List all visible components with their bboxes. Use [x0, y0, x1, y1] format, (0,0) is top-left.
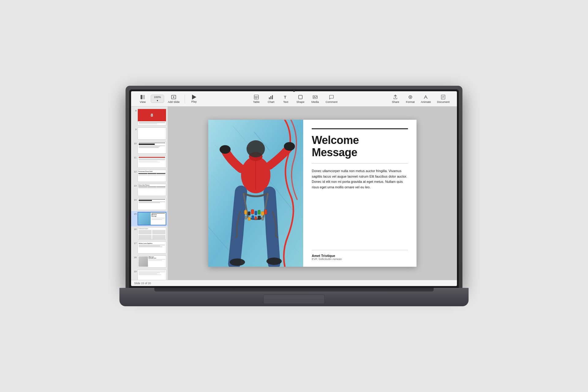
svg-rect-46 [255, 217, 257, 220]
svg-rect-1 [143, 95, 145, 99]
play-icon [192, 95, 196, 100]
slide-item[interactable]: 18 UllamcorperSollicitudin Justo [131, 254, 168, 269]
format-button[interactable]: Format [403, 93, 417, 105]
laptop-screen: View 100% ▾ Add Slide [131, 91, 457, 286]
slide-count-status: Slide 15 of 20 [134, 282, 151, 285]
svg-point-50 [266, 258, 282, 265]
slide-thumbnail[interactable]: Condimentum Inception [138, 227, 166, 239]
title-line2: Message [312, 146, 357, 159]
play-button[interactable]: Play [187, 93, 201, 104]
slide-number: 11 [132, 156, 137, 159]
slide-body-text: Donec ullamcorper nulla non metus auctor… [312, 168, 408, 245]
slide-thumbnail[interactable]: UllamcorperSollicitudin Justo [138, 255, 166, 268]
canvas-area[interactable]: Welcome Message Donec ullamcorper nulla … [168, 107, 457, 280]
chart-button[interactable]: Chart [264, 93, 278, 105]
zoom-button[interactable]: 100% ▾ [151, 95, 164, 103]
media-label: Media [311, 100, 319, 104]
slide-image-bg [208, 120, 303, 267]
zoom-chevron: ▾ [157, 99, 158, 102]
svg-point-51 [220, 145, 231, 154]
slide-item[interactable]: 14 [131, 197, 168, 211]
slide-thumbnail[interactable] [138, 127, 166, 140]
slide-signature: Amet Tristique EVP, Sollicitudin Aenean [312, 250, 408, 261]
svg-rect-44 [248, 217, 251, 221]
climber-illustration [208, 120, 303, 267]
svg-rect-42 [265, 209, 267, 214]
slide-item[interactable]: 16 Condimentum Inception [131, 226, 168, 240]
toolbar-right-group: Share Format [389, 93, 452, 105]
shape-label: Shape [296, 100, 304, 104]
laptop-base [119, 288, 469, 306]
shape-button[interactable]: Shape [294, 93, 307, 105]
laptop-device: View 100% ▾ Add Slide [126, 86, 462, 306]
animate-label: Animate [421, 100, 431, 104]
add-slide-icon [171, 94, 176, 100]
comment-button[interactable]: Comment [323, 93, 340, 105]
slide-item[interactable]: 13 Ultrices Sem Pulvinar [131, 183, 168, 197]
document-button[interactable]: Document [435, 93, 452, 105]
svg-rect-38 [251, 209, 254, 214]
slide-thumbnail[interactable]: Nullam Lorem Daplibus [138, 241, 166, 254]
author-name: Amet Tristique [312, 254, 408, 258]
animate-button[interactable]: Animate [418, 93, 433, 105]
author-title: EVP, Sollicitudin Aenean [312, 258, 408, 261]
svg-rect-13 [299, 95, 302, 99]
svg-rect-0 [141, 95, 142, 99]
laptop-trackpad [263, 295, 325, 304]
svg-rect-48 [262, 217, 264, 220]
slide-thumb-number: 8 [151, 113, 153, 118]
view-button[interactable]: View [136, 93, 149, 105]
app-toolbar: View 100% ▾ Add Slide [131, 91, 457, 107]
svg-point-17 [410, 96, 411, 98]
slide-item[interactable]: 8 8 [131, 108, 168, 126]
svg-rect-47 [258, 216, 261, 220]
slide-thumbnail[interactable] [138, 270, 166, 280]
slide-item[interactable]: 10 [131, 141, 168, 155]
view-icon [140, 94, 145, 100]
slide-item-active[interactable]: 15 WelcomeMessage [131, 211, 168, 226]
slide-number: 12 [132, 170, 137, 173]
add-slide-button[interactable]: Add Slide [165, 93, 182, 105]
camera [293, 90, 295, 92]
slide-thumbnail[interactable] [138, 156, 166, 168]
slide-number: 15 [132, 212, 137, 215]
svg-rect-9 [269, 97, 270, 99]
table-label: Table [253, 100, 260, 104]
svg-point-49 [230, 258, 245, 266]
format-label: Format [406, 100, 415, 104]
toolbar-insert-group: Table Chart T [250, 93, 340, 105]
media-button[interactable]: Media [308, 93, 322, 105]
slide-number: 14 [132, 198, 137, 201]
slide-thumbnail[interactable] [138, 141, 166, 154]
svg-rect-43 [245, 216, 247, 219]
slide-item[interactable]: 17 Nullam Lorem Daplibus [131, 240, 168, 254]
svg-rect-45 [252, 216, 254, 220]
svg-rect-11 [272, 95, 273, 99]
table-button[interactable]: Table [250, 93, 263, 105]
slide-item[interactable]: 11 [131, 155, 168, 169]
svg-rect-5 [254, 95, 258, 99]
slide-thumbnail[interactable]: Ultrices Sem Pulvinar [138, 184, 166, 196]
laptop-hinge [154, 288, 434, 292]
slide-item[interactable]: 9 [131, 126, 168, 141]
slide-image [208, 120, 303, 267]
text-button[interactable]: T Text [279, 93, 292, 105]
table-icon [254, 94, 259, 100]
share-icon [393, 94, 398, 100]
svg-point-52 [284, 142, 295, 151]
add-slide-label: Add Slide [168, 100, 180, 104]
slide-number: 8 [132, 109, 137, 112]
slide-number: 19 [132, 270, 137, 273]
format-icon [408, 94, 413, 100]
slide-thumbnail[interactable] [138, 198, 166, 210]
document-icon [440, 94, 446, 100]
share-button[interactable]: Share [389, 93, 402, 105]
slide-panel[interactable]: 8 8 [131, 107, 168, 280]
slide-thumbnail-active[interactable]: WelcomeMessage [138, 212, 166, 225]
slide-item[interactable]: 12 Fermentum Purus Justo [131, 169, 168, 183]
slide-item[interactable]: 19 [131, 269, 168, 280]
svg-rect-39 [255, 211, 257, 215]
slide-thumbnail[interactable]: 8 [138, 109, 166, 126]
text-icon: T [283, 94, 288, 100]
slide-thumbnail[interactable]: Fermentum Purus Justo [138, 170, 166, 182]
